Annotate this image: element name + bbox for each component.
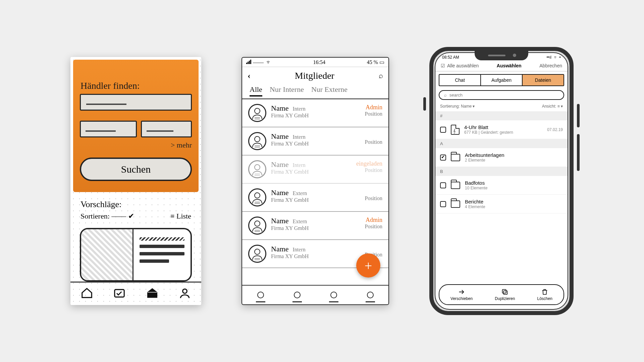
move-button[interactable]: Verschieben xyxy=(450,288,473,301)
member-scope-tag: Intern xyxy=(293,247,306,253)
folder-icon xyxy=(451,182,460,189)
segment-chat[interactable]: Chat xyxy=(439,75,480,85)
file-row[interactable]: 4-Uhr Blatt677 KB | Geändert: gestern07.… xyxy=(435,120,568,139)
checkbox[interactable] xyxy=(440,127,446,133)
member-name: Name xyxy=(271,160,289,169)
suggestions-heading: Vorschläge: xyxy=(80,199,121,209)
tab-interne[interactable]: Nur Interne xyxy=(270,85,304,97)
member-role: - xyxy=(365,245,382,252)
view-dropdown[interactable]: Ansicht: ≡ ▾ xyxy=(542,104,563,109)
back-icon[interactable]: ‹ xyxy=(248,71,251,81)
svg-point-5 xyxy=(255,193,260,198)
item-meta: 10 Elemente xyxy=(465,186,563,190)
file-row[interactable]: Badfotos10 Elemente xyxy=(435,176,568,195)
avatar-icon xyxy=(248,245,266,263)
tab-alle[interactable]: Alle xyxy=(250,85,262,97)
search-input-1[interactable] xyxy=(80,94,192,111)
item-meta: 2 Elemente xyxy=(465,158,563,163)
tab-externe[interactable]: Nur Externe xyxy=(311,85,347,97)
member-name: Name xyxy=(271,245,289,253)
result-card[interactable] xyxy=(80,228,192,282)
member-row[interactable]: NameInternFirma XY GmbH-Position xyxy=(242,127,388,156)
member-scope-tag: Intern xyxy=(293,134,306,140)
member-company: Firma XY GmbH xyxy=(271,253,360,259)
store-icon[interactable] xyxy=(146,287,159,301)
member-scope-tag: Extern xyxy=(293,190,307,196)
profile-icon[interactable] xyxy=(178,287,191,301)
folder-icon xyxy=(451,154,460,161)
cancel-button[interactable]: Abbrechen xyxy=(539,63,562,68)
svg-point-4 xyxy=(255,165,260,170)
avatar-icon xyxy=(248,160,266,178)
item-name: Badfotos xyxy=(465,180,563,186)
avatar-icon xyxy=(248,132,266,150)
member-company: Firma XY GmbH xyxy=(271,197,360,203)
svg-rect-8 xyxy=(504,291,507,294)
member-role: eingeladen xyxy=(356,160,382,167)
checkbox[interactable] xyxy=(440,182,446,188)
sort-label[interactable]: Sortieren: —— ✔ xyxy=(80,212,134,221)
home-icon[interactable] xyxy=(80,287,93,301)
page-title: Händler finden: xyxy=(80,80,140,91)
item-name: Arbeitsunterlagen xyxy=(465,152,563,158)
clock: 16:54 xyxy=(313,59,325,65)
svg-point-1 xyxy=(183,289,187,293)
delete-button[interactable]: Löschen xyxy=(537,288,552,301)
segment-control: Chat Aufgaben Dateien xyxy=(439,74,564,86)
member-scope-tag: Extern xyxy=(293,219,307,225)
svg-point-7 xyxy=(255,249,260,254)
file-list: #4-Uhr Blatt677 KB | Geändert: gestern07… xyxy=(435,111,568,284)
duplicate-button[interactable]: Duplizieren xyxy=(495,288,515,301)
member-row[interactable]: NameExternFirma XY GmbH-Position xyxy=(242,184,388,212)
nav-dot-2[interactable] xyxy=(294,292,301,298)
member-position: Position xyxy=(365,195,382,201)
add-member-button[interactable]: + xyxy=(356,253,380,278)
list-toggle[interactable]: ≡ Liste xyxy=(170,212,191,221)
file-row[interactable]: Arbeitsunterlagen2 Elemente xyxy=(435,148,568,167)
nav-dot-3[interactable] xyxy=(330,292,337,298)
file-icon xyxy=(451,125,460,135)
plus-icon: + xyxy=(365,258,372,274)
page-title: Mitglieder xyxy=(295,70,334,81)
svg-point-2 xyxy=(255,108,260,114)
toolbar-title: Auswählen xyxy=(497,63,522,68)
more-link[interactable]: > mehr xyxy=(171,141,192,149)
member-position: Position xyxy=(365,224,382,230)
avatar-icon xyxy=(248,104,266,122)
member-row[interactable]: NameInternFirma XY GmbHeingeladenPositio… xyxy=(242,156,388,184)
checklist-icon[interactable] xyxy=(113,287,126,301)
nav-dot-1[interactable] xyxy=(257,292,264,298)
segment-dateien[interactable]: Dateien xyxy=(522,75,564,85)
svg-point-6 xyxy=(255,221,260,226)
file-row[interactable]: Berichte4 Elemente xyxy=(435,195,568,214)
member-company: Firma XY GmbH xyxy=(271,141,360,147)
select-all-button[interactable]: ☑ Alle auswählen xyxy=(441,63,479,68)
nav-dot-4[interactable] xyxy=(367,292,374,298)
member-scope-tag: Intern xyxy=(293,162,306,168)
member-company: Firma XY GmbH xyxy=(271,169,352,175)
signal-icon: —— ᯤ xyxy=(246,59,272,65)
member-tabs: Alle Nur Interne Nur Externe xyxy=(242,84,388,99)
member-company: Firma XY GmbH xyxy=(271,113,360,119)
search-button[interactable]: Suchen xyxy=(80,158,192,181)
search-input-3[interactable] xyxy=(141,121,192,137)
member-position: Position xyxy=(356,167,382,173)
search-input-2[interactable] xyxy=(80,121,137,137)
screen-wireframe-mitglieder: —— ᯤ 16:54 45 % ▭ ‹ Mitglieder ⌕ Alle Nu… xyxy=(241,57,389,305)
sort-view-row: Sortierung: Name ▾ Ansicht: ≡ ▾ xyxy=(435,101,568,111)
member-role: Admin xyxy=(365,104,382,111)
clock: 08:52 AM xyxy=(442,55,459,60)
member-name: Name xyxy=(271,217,289,225)
checkbox[interactable] xyxy=(440,155,446,161)
search-icon[interactable]: ⌕ xyxy=(379,71,383,80)
member-row[interactable]: NameExternFirma XY GmbHAdminPosition xyxy=(242,212,388,240)
member-company: Firma XY GmbH xyxy=(271,225,360,231)
sort-dropdown[interactable]: Sortierung: Name ▾ xyxy=(440,104,475,109)
member-name: Name xyxy=(271,188,289,197)
segment-aufgaben[interactable]: Aufgaben xyxy=(480,75,522,85)
member-row[interactable]: NameInternFirma XY GmbHAdminPosition xyxy=(242,99,388,127)
member-role: Admin xyxy=(365,217,382,224)
search-input[interactable]: ⌕ search xyxy=(439,90,564,100)
checkbox[interactable] xyxy=(440,201,446,207)
member-role: - xyxy=(365,188,382,195)
